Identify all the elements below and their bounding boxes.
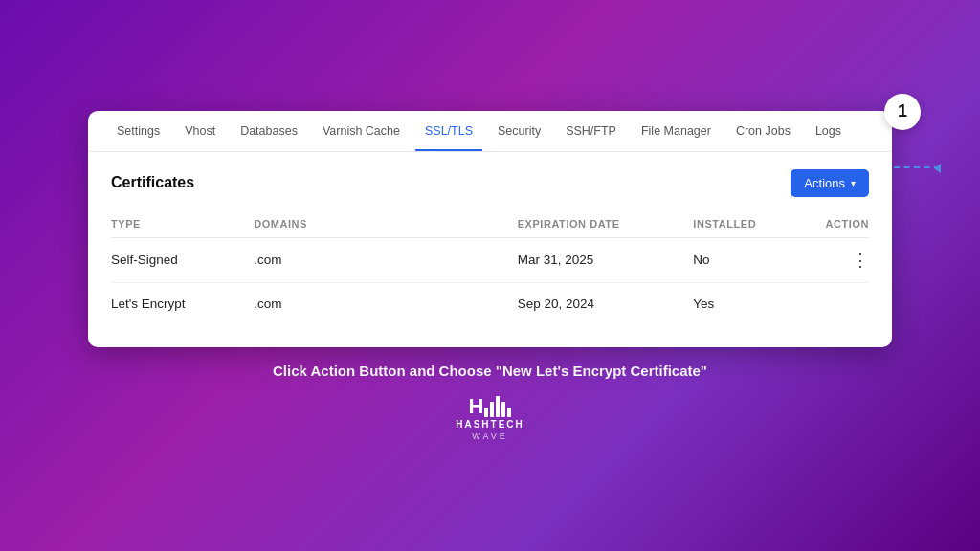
cert-domain-2: .com [254,282,517,324]
arrow-line [894,166,940,168]
tab-file-manager[interactable]: File Manager [632,111,721,151]
col-header-action: ACTION [803,212,869,238]
logo-h-letter: H [469,396,483,417]
main-card: Settings Vhost Databases Varnish Cache S… [88,111,892,347]
logo-bar-3 [496,396,500,417]
logo-icon: H [469,396,512,417]
col-header-domains: DOMAINS [254,212,517,238]
more-options-icon[interactable]: ⋮ [852,252,869,269]
tab-vhost[interactable]: Vhost [175,111,225,151]
tab-ssl-tls[interactable]: SSL/TLS [415,111,482,151]
step-badge: 1 [884,94,921,130]
tab-cron-jobs[interactable]: Cron Jobs [726,111,800,151]
col-header-expiry: EXPIRATION DATE [518,212,694,238]
cert-installed-1: No [693,237,803,282]
certificates-header: Certificates Actions ▾ [111,169,869,197]
logo-name: HASHTECH [456,419,524,430]
table-row: Let's Encrypt .com Sep 20, 2024 Yes [111,282,869,324]
cert-domain-1: .com [254,237,517,282]
logo-bar-1 [484,408,488,417]
cert-type-1: Self-Signed [111,237,254,282]
nav-tabs: Settings Vhost Databases Varnish Cache S… [88,111,892,152]
certificates-table: TYPE DOMAINS EXPIRATION DATE INSTALLED A… [111,212,869,324]
actions-button[interactable]: Actions ▾ [791,169,869,197]
col-header-installed: INSTALLED [693,212,803,238]
instruction-text: Click Action Button and Choose "New Let'… [273,363,707,379]
logo-bar-2 [490,402,494,417]
tab-settings[interactable]: Settings [107,111,169,151]
logo-bars [484,396,511,417]
cert-action-1[interactable]: ⋮ [803,237,869,282]
cert-expiry-2: Sep 20, 2024 [518,282,694,324]
cert-installed-2: Yes [693,282,803,324]
chevron-down-icon: ▾ [851,178,856,188]
table-row: Self-Signed .com Mar 31, 2025 No ⋮ [111,237,869,282]
cert-expiry-1: Mar 31, 2025 [518,237,694,282]
tab-logs[interactable]: Logs [806,111,851,151]
logo: H HASHTECH WAVE [456,396,524,441]
logo-sub: WAVE [472,431,508,441]
arrow-pointer [894,166,940,168]
cert-action-2 [803,282,869,324]
content-area: Certificates Actions ▾ TYPE DOMAINS EXPI… [88,152,892,347]
logo-bar-5 [507,408,511,417]
logo-bar-4 [501,402,505,417]
certificates-title: Certificates [111,174,194,191]
tab-databases[interactable]: Databases [231,111,307,151]
tab-security[interactable]: Security [488,111,550,151]
cert-type-2: Let's Encrypt [111,282,254,324]
col-header-type: TYPE [111,212,254,238]
tab-ssh-ftp[interactable]: SSH/FTP [556,111,626,151]
tab-varnish-cache[interactable]: Varnish Cache [313,111,410,151]
